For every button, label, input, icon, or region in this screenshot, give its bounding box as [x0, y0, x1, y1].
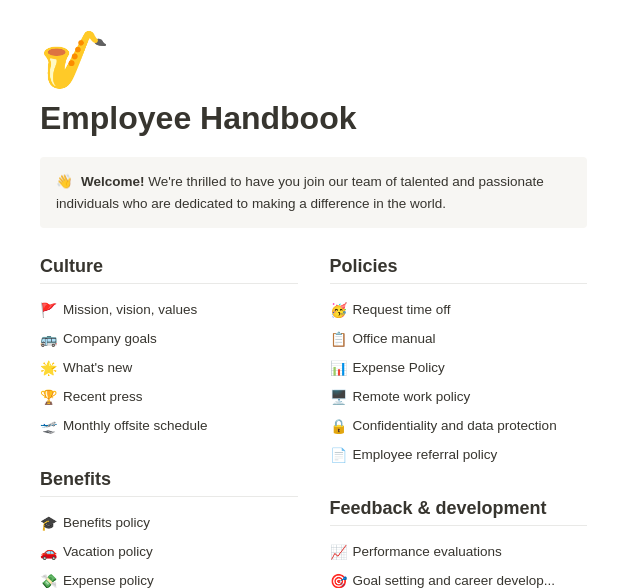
- section-benefits-title: Benefits: [40, 469, 298, 497]
- list-item[interactable]: 🚗Vacation policy: [40, 538, 298, 567]
- section-culture-title: Culture: [40, 256, 298, 284]
- item-label: Recent press: [63, 387, 143, 407]
- section-policies: Policies 🥳Request time off 📋Office manua…: [330, 256, 588, 470]
- section-feedback-title: Feedback & development: [330, 498, 588, 526]
- item-label: Remote work policy: [353, 387, 471, 407]
- item-label: Benefits policy: [63, 513, 150, 533]
- list-item[interactable]: 🎓Benefits policy: [40, 509, 298, 538]
- list-item[interactable]: 🖥️Remote work policy: [330, 383, 588, 412]
- section-feedback: Feedback & development 📈Performance eval…: [330, 498, 588, 588]
- item-label: Monthly offsite schedule: [63, 416, 208, 436]
- item-label: Request time off: [353, 300, 451, 320]
- doc-icon: 📄: [330, 445, 347, 466]
- grad-icon: 🎓: [40, 513, 57, 534]
- welcome-banner: 👋Welcome! We're thrilled to have you joi…: [40, 157, 587, 228]
- list-item[interactable]: 🔒Confidentiality and data protection: [330, 412, 588, 441]
- trend-icon: 📈: [330, 542, 347, 563]
- money-icon: 💸: [40, 571, 57, 588]
- trophy-icon: 🏆: [40, 387, 57, 408]
- section-culture: Culture 🚩Mission, vision, values 🚌Compan…: [40, 256, 298, 441]
- page-title: Employee Handbook: [40, 100, 587, 137]
- list-item[interactable]: 🌟What's new: [40, 354, 298, 383]
- item-label: Performance evaluations: [353, 542, 502, 562]
- section-benefits: Benefits 🎓Benefits policy 🚗Vacation poli…: [40, 469, 298, 588]
- car-icon: 🚗: [40, 542, 57, 563]
- list-item[interactable]: 📄Employee referral policy: [330, 441, 588, 470]
- policies-list: 🥳Request time off 📋Office manual 📊Expens…: [330, 296, 588, 470]
- plane-icon: 🛫: [40, 416, 57, 437]
- list-item[interactable]: 🚌Company goals: [40, 325, 298, 354]
- list-item[interactable]: 📊Expense Policy: [330, 354, 588, 383]
- list-item[interactable]: 🚩Mission, vision, values: [40, 296, 298, 325]
- item-label: Office manual: [353, 329, 436, 349]
- list-item[interactable]: 🎯Goal setting and career develop...: [330, 567, 588, 588]
- flag-icon: 🚩: [40, 300, 57, 321]
- feedback-list: 📈Performance evaluations 🎯Goal setting a…: [330, 538, 588, 588]
- logo-emoji: 🎷: [40, 32, 587, 88]
- item-label: Goal setting and career develop...: [353, 571, 556, 588]
- welcome-bold: Welcome!: [81, 174, 145, 189]
- bus-icon: 🚌: [40, 329, 57, 350]
- target-icon: 🎯: [330, 571, 347, 588]
- lock-icon: 🔒: [330, 416, 347, 437]
- list-item[interactable]: 🛫Monthly offsite schedule: [40, 412, 298, 441]
- culture-list: 🚩Mission, vision, values 🚌Company goals …: [40, 296, 298, 441]
- item-label: Expense policy: [63, 571, 154, 588]
- list-item[interactable]: 💸Expense policy: [40, 567, 298, 588]
- list-item[interactable]: 🥳Request time off: [330, 296, 588, 325]
- list-item[interactable]: 🏆Recent press: [40, 383, 298, 412]
- right-column: Policies 🥳Request time off 📋Office manua…: [330, 256, 588, 588]
- monitor-icon: 🖥️: [330, 387, 347, 408]
- benefits-list: 🎓Benefits policy 🚗Vacation policy 💸Expen…: [40, 509, 298, 588]
- chart-icon: 📊: [330, 358, 347, 379]
- item-label: Company goals: [63, 329, 157, 349]
- clipboard-icon: 📋: [330, 329, 347, 350]
- welcome-wave-icon: 👋: [56, 174, 73, 189]
- item-label: What's new: [63, 358, 132, 378]
- item-label: Mission, vision, values: [63, 300, 197, 320]
- party-icon: 🥳: [330, 300, 347, 321]
- list-item[interactable]: 📋Office manual: [330, 325, 588, 354]
- item-label: Confidentiality and data protection: [353, 416, 557, 436]
- list-item[interactable]: 📈Performance evaluations: [330, 538, 588, 567]
- content-grid: Culture 🚩Mission, vision, values 🚌Compan…: [40, 256, 587, 588]
- item-label: Expense Policy: [353, 358, 445, 378]
- item-label: Employee referral policy: [353, 445, 498, 465]
- left-column: Culture 🚩Mission, vision, values 🚌Compan…: [40, 256, 298, 588]
- section-policies-title: Policies: [330, 256, 588, 284]
- item-label: Vacation policy: [63, 542, 153, 562]
- star-icon: 🌟: [40, 358, 57, 379]
